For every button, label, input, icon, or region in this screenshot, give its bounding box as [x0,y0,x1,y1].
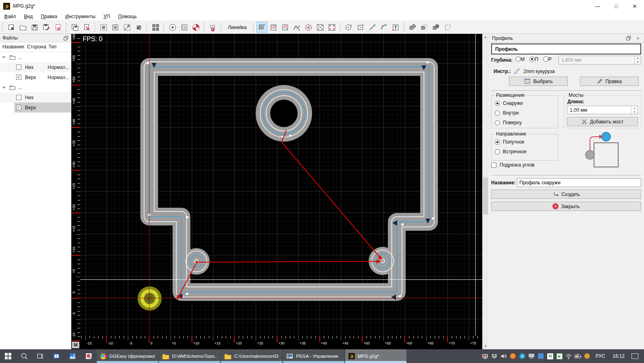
operation-name-input[interactable] [517,178,641,187]
toolbar-group-handle[interactable] [2,23,4,32]
drill-array-icon[interactable] [315,22,326,33]
depth-mode-option[interactable]: П [529,56,538,62]
menu-item-edit[interactable]: Правка [37,13,61,20]
drawing-viewport[interactable]: FPS: 0 [80,34,482,336]
corner-trim-checkbox[interactable] [491,163,496,168]
file-tree-row[interactable]: ✓ВерхНормал... [0,72,71,82]
zoom-out-selection-icon[interactable] [133,22,144,33]
bool-intersect-icon[interactable] [431,22,442,33]
direction-option[interactable]: Попутное [495,139,524,145]
toolbar-group-handle[interactable] [220,23,222,32]
menu-item-help[interactable]: Помощь [114,13,141,20]
save-project-icon[interactable] [69,22,80,33]
start-icon[interactable] [0,349,16,363]
export-gcode-icon[interactable] [81,22,92,33]
vertical-scrollbar[interactable]: ▲ ▼ [482,34,489,349]
placement-option[interactable]: Поверху [495,120,522,125]
layer-checkbox[interactable] [16,65,21,70]
draw-circle-icon[interactable] [344,22,354,33]
tray-battery-icon[interactable] [573,352,583,361]
add-bridge-button[interactable]: Добавить мост [567,117,638,126]
close-button[interactable]: ✕ [625,0,644,12]
depth-mode-option[interactable]: Р [543,56,552,62]
tray-volume-icon[interactable] [499,352,509,361]
edit-tool-button[interactable]: Правка [580,77,639,86]
taskbar-task-folder[interactable]: D:\AM\Schems\Topo... [159,349,220,363]
toolbar-group-handle[interactable] [252,23,254,32]
tray-dropbox-icon[interactable] [490,352,499,361]
tray-device-error-icon[interactable] [481,352,490,361]
search-icon[interactable] [16,349,32,363]
new-file-icon[interactable] [6,22,17,33]
draw-rect-icon[interactable] [355,22,366,33]
paint-app-icon[interactable] [81,349,97,363]
tray-recorder-icon[interactable]: ▶ [555,352,564,361]
file-tree-row[interactable]: НизНормал... [0,62,71,72]
toolbar-group-handle[interactable] [163,23,165,32]
tray-network-app-icon[interactable] [536,352,546,361]
zoom-to-selection-icon[interactable] [121,22,132,33]
layer-checkbox[interactable]: ✓ [16,75,21,80]
scroll-up-icon[interactable]: ▲ [482,34,489,40]
depth-mode-option[interactable]: М [515,56,525,62]
toolbar-group-handle[interactable] [94,23,96,32]
file-tree-row[interactable]: Низ [0,92,71,102]
path-tool-icon[interactable] [292,22,302,33]
file-tree-folder-row[interactable]: ... [0,52,71,62]
tray-vpn-icon[interactable] [583,352,592,361]
float-panel-icon[interactable] [63,35,69,41]
placement-option[interactable]: Внутри [495,110,519,116]
menu-item-program[interactable]: УП [100,13,114,20]
bool-region-icon[interactable] [442,22,453,33]
pocket-spiral-icon[interactable] [268,22,279,33]
ruler-tool-button[interactable]: Линейка [224,25,251,30]
column-side[interactable]: Сторона [25,42,46,52]
tray-avast-icon[interactable] [509,352,518,361]
corner-trim-row[interactable]: Подрезка углов [491,162,534,168]
zoom-fit-icon[interactable] [110,22,121,33]
toolbar-group-handle[interactable] [340,23,342,32]
toolbar-group-handle[interactable] [203,23,205,32]
float-panel-icon[interactable] [625,35,631,41]
draw-text-icon[interactable]: T [390,22,401,33]
toolbar-group-handle[interactable] [65,23,67,32]
run-program-icon[interactable] [167,22,178,33]
close-operation-button[interactable]: × Закрыть [491,202,641,211]
bool-union-icon[interactable] [407,22,418,33]
tray-handylab-icon[interactable]: hl [546,352,555,361]
menu-item-view[interactable]: Вид [20,13,37,20]
tray-screen-cast-icon[interactable] [527,352,536,361]
placement-option[interactable]: Снаружи [495,100,523,106]
minimize-button[interactable]: — [588,0,607,12]
taskbar-task-pega[interactable]: PEGA - Управление [283,349,344,363]
scroll-down-icon[interactable]: ▼ [482,343,489,349]
photos-app-icon[interactable] [65,349,81,363]
taskbar-task-mpg[interactable]: MPG.g2g* [345,349,406,363]
units-indicator[interactable]: M [72,342,79,348]
language-indicator[interactable]: РУС [592,353,609,359]
save-as-icon[interactable] [41,22,52,33]
program-properties-icon[interactable] [179,22,190,33]
close-file-icon[interactable] [52,22,63,33]
tool-library-icon[interactable] [190,22,201,33]
file-tree-folder-row[interactable]: ... [0,82,71,92]
task-view-icon[interactable] [32,349,48,363]
layer-checkbox[interactable]: ✓ [16,105,21,110]
menu-item-file[interactable]: Файл [0,13,20,20]
maximize-button[interactable]: □ [607,0,625,12]
profile-contour-icon[interactable] [256,22,267,33]
menu-item-tools[interactable]: Инструменты [61,13,100,20]
taskbar-task-chrome[interactable]: GGEasy (фрезеровка ... [97,349,158,363]
clock[interactable]: 16:12 [609,353,628,359]
tray-telegram-icon[interactable]: ➤ [518,352,527,361]
direction-option[interactable]: Встречное [495,149,527,154]
open-file-icon[interactable] [17,22,28,33]
save-file-icon[interactable] [29,22,40,33]
close-panel-icon[interactable]: × [635,35,641,41]
arrange-windows-icon[interactable] [150,22,161,33]
zoom-fit-selected-icon[interactable] [98,22,109,33]
scrollbar-thumb[interactable] [483,177,488,215]
taskbar-task-folder[interactable]: C:\Users\alexmoon\D... [221,349,282,363]
pattern-array-icon[interactable] [327,22,338,33]
tray-wifi-icon[interactable] [564,352,573,361]
